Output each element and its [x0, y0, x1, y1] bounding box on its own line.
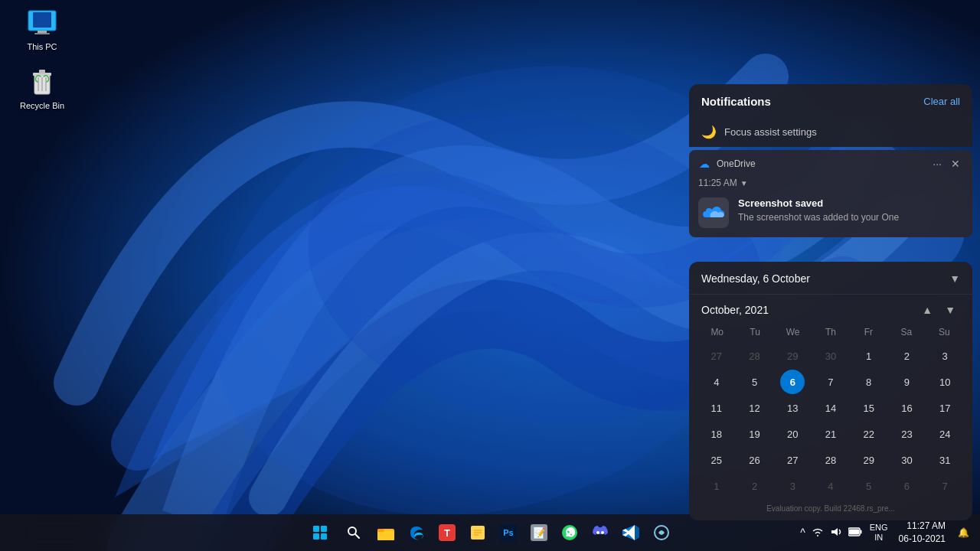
- tray-network-icon[interactable]: [810, 525, 825, 541]
- cal-day-25[interactable]: 25: [704, 448, 729, 472]
- taskbar-center: T Ps 📝: [305, 517, 675, 548]
- calendar-current-day-label: Wednesday, 6 October: [701, 272, 810, 285]
- cal-day-30[interactable]: 30: [894, 448, 919, 472]
- cal-day-23[interactable]: 23: [894, 422, 919, 446]
- cal-day-3[interactable]: 3: [933, 344, 957, 368]
- svg-rect-32: [860, 530, 861, 534]
- cal-day-20[interactable]: 20: [780, 422, 805, 446]
- cal-day-14[interactable]: 14: [818, 396, 843, 420]
- cal-day-6-today[interactable]: 6: [780, 370, 805, 394]
- cal-day-5[interactable]: 5: [743, 370, 767, 394]
- notification-panel: Notifications Clear all 🌙 Focus assist s…: [689, 84, 972, 240]
- language-region: IN: [874, 533, 883, 543]
- svg-point-28: [601, 531, 604, 534]
- cal-day-2[interactable]: 2: [894, 344, 919, 368]
- cal-day-13[interactable]: 13: [780, 396, 805, 420]
- cal-day-9[interactable]: 9: [894, 370, 919, 394]
- cal-day-prev-29[interactable]: 29: [780, 344, 805, 368]
- cal-day-11[interactable]: 11: [704, 396, 729, 420]
- taskbar-discord[interactable]: [586, 519, 614, 546]
- svg-rect-4: [33, 12, 51, 28]
- cal-day-18[interactable]: 18: [704, 422, 729, 446]
- cal-day-next-6[interactable]: 6: [894, 474, 919, 498]
- cal-day-prev-30[interactable]: 30: [818, 344, 843, 368]
- recycle-bin-label: Recycle Bin: [20, 101, 64, 110]
- calendar-weekdays-row: Mo Tu We Th Fr Sa Su: [698, 324, 963, 341]
- calendar-collapse-button[interactable]: ▼: [949, 272, 960, 285]
- notification-close-button[interactable]: ✕: [948, 156, 963, 171]
- calendar-month-title: October, 2021: [701, 304, 769, 316]
- notification-onedrive-logo: [698, 197, 729, 228]
- cal-day-31[interactable]: 31: [933, 448, 957, 472]
- cal-day-next-2[interactable]: 2: [743, 474, 767, 498]
- cal-day-22[interactable]: 22: [857, 422, 881, 446]
- svg-rect-15: [313, 533, 319, 540]
- cal-day-10[interactable]: 10: [933, 370, 957, 394]
- clock-date: 06-10-2021: [899, 533, 946, 546]
- notification-more-button[interactable]: ···: [929, 156, 945, 171]
- cal-day-28[interactable]: 28: [818, 448, 843, 472]
- weekday-sa: Sa: [887, 324, 925, 341]
- cal-day-26[interactable]: 26: [743, 448, 767, 472]
- taskbar-notes[interactable]: 📝: [525, 519, 553, 546]
- taskbar-app5[interactable]: T: [433, 519, 461, 546]
- desktop-icons-container: This PC Recycle Bin: [15, 8, 69, 110]
- this-pc-icon: [27, 8, 57, 38]
- svg-point-27: [596, 531, 599, 534]
- cal-day-12[interactable]: 12: [743, 396, 767, 420]
- cal-day-next-4[interactable]: 4: [818, 474, 843, 498]
- taskbar-photoshop[interactable]: Ps: [495, 519, 522, 546]
- calendar-next-month-button[interactable]: ▼: [940, 302, 960, 318]
- cal-day-prev-27[interactable]: 27: [704, 344, 729, 368]
- cal-day-21[interactable]: 21: [818, 422, 843, 446]
- system-tray-icons: ^: [799, 525, 864, 541]
- cal-day-next-7[interactable]: 7: [933, 474, 957, 498]
- start-button[interactable]: [305, 517, 335, 548]
- taskbar-sticky-notes[interactable]: [464, 519, 492, 546]
- system-clock[interactable]: 11:27 AM 06-10-2021: [894, 518, 950, 547]
- cal-day-15[interactable]: 15: [857, 396, 881, 420]
- cal-day-24[interactable]: 24: [933, 422, 957, 446]
- tray-notification-button[interactable]: 🔔: [956, 526, 971, 540]
- cal-day-29[interactable]: 29: [857, 448, 881, 472]
- taskbar-whatsapp[interactable]: [556, 519, 583, 546]
- cal-day-next-1[interactable]: 1: [704, 474, 729, 498]
- weekday-th: Th: [812, 324, 849, 341]
- desktop-icon-this-pc[interactable]: This PC: [15, 8, 69, 51]
- tray-chevron[interactable]: ^: [799, 525, 807, 540]
- taskbar-edge[interactable]: [403, 519, 430, 546]
- cal-day-prev-28[interactable]: 28: [743, 344, 767, 368]
- taskbar-file-explorer[interactable]: [372, 519, 400, 546]
- cal-day-17[interactable]: 17: [933, 396, 957, 420]
- desktop-icon-recycle-bin[interactable]: Recycle Bin: [15, 67, 69, 110]
- tray-battery-icon[interactable]: [847, 525, 864, 540]
- cal-day-1[interactable]: 1: [857, 344, 881, 368]
- notification-card-header: ☁ OneDrive ··· ✕: [689, 150, 972, 174]
- notification-time-chevron: ▼: [740, 179, 748, 187]
- cal-day-7[interactable]: 7: [818, 370, 843, 394]
- calendar-nav-buttons: ▲ ▼: [917, 302, 960, 318]
- clear-all-button[interactable]: Clear all: [923, 96, 960, 107]
- svg-line-18: [355, 534, 359, 538]
- notification-card-actions: ··· ✕: [929, 156, 963, 171]
- cal-day-next-3[interactable]: 3: [780, 474, 805, 498]
- calendar-month-nav: October, 2021 ▲ ▼: [689, 295, 972, 324]
- calendar-panel: Wednesday, 6 October ▼ October, 2021 ▲ ▼…: [689, 262, 972, 520]
- taskbar-vscode[interactable]: [617, 519, 645, 546]
- cal-day-next-5[interactable]: 5: [857, 474, 881, 498]
- cal-day-4[interactable]: 4: [704, 370, 729, 394]
- taskbar-app12[interactable]: [648, 519, 675, 546]
- weekday-we: We: [774, 324, 812, 341]
- notification-text-content: Screenshot saved The screenshot was adde…: [738, 197, 963, 224]
- focus-assist-settings-link[interactable]: Focus assist settings: [724, 126, 817, 138]
- onedrive-app-icon: ☁: [698, 158, 710, 170]
- notification-app-row: ☁ OneDrive: [698, 158, 756, 170]
- cal-day-8[interactable]: 8: [857, 370, 881, 394]
- tray-volume-icon[interactable]: [828, 525, 844, 541]
- cal-day-16[interactable]: 16: [894, 396, 919, 420]
- language-indicator[interactable]: ENG IN: [870, 523, 888, 543]
- calendar-prev-month-button[interactable]: ▲: [917, 302, 937, 318]
- search-button[interactable]: [338, 517, 369, 548]
- cal-day-27[interactable]: 27: [780, 448, 805, 472]
- cal-day-19[interactable]: 19: [743, 422, 767, 446]
